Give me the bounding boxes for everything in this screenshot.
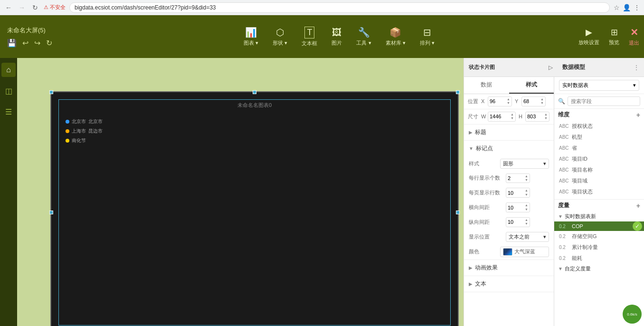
per-page-input[interactable] (508, 190, 525, 196)
bookmark-icon[interactable]: ☆ (614, 4, 620, 11)
x-stepper[interactable]: ▲▼ (507, 97, 510, 105)
field-item-storage[interactable]: 0.2 存储空间G (554, 231, 644, 242)
realtime-table-dropdown[interactable]: 实时数据表 ▾ (559, 80, 639, 91)
tab-style[interactable]: 样式 (509, 77, 554, 94)
toolbar-center: 📊 图表 ▾ ⬡ 形状 ▾ T 文本框 🖼 图片 🔧 工具 ▾ 📦 素材库 (100, 27, 578, 47)
custom-section[interactable]: ▼ 自定义度量 (554, 264, 644, 274)
header-icon-buttons: 💾 ↩ ↪ ↻ (7, 38, 52, 48)
display-pos-dropdown[interactable]: 文本之前 ▾ (506, 232, 549, 242)
field-item-cop[interactable]: 0.2 COP ✓ (554, 221, 644, 231)
title-section-header[interactable]: ▶ 标题 (464, 125, 554, 140)
w-input[interactable] (490, 114, 511, 119)
h-stepper[interactable]: ▲▼ (544, 113, 548, 121)
add-measure-button[interactable]: + (636, 202, 640, 210)
per-row-input-wrap: ▲▼ (506, 173, 530, 183)
size-section: 尺寸 W ▲▼ H (464, 109, 554, 125)
per-page-label: 每页显示行数 (469, 189, 503, 196)
security-indicator: ⚠ 不安全 (44, 4, 66, 11)
style-dropdown[interactable]: 圆形 ▾ (500, 159, 549, 169)
refresh-button[interactable]: ↻ (46, 38, 52, 48)
image-icon: 🖼 (332, 27, 341, 38)
url-bar[interactable]: bigdata.ecsiot.com/dash/screenEditor/27?… (69, 2, 610, 13)
cop-selected-icon[interactable]: ✓ (633, 221, 642, 231)
style-panel: 数据 样式 位置 X (464, 77, 554, 326)
y-stepper[interactable]: ▲▼ (540, 97, 544, 105)
title-section-label: 标题 (475, 128, 486, 136)
toolbar-tool[interactable]: 🔧 工具 ▾ (356, 27, 371, 47)
field-item-cooling[interactable]: 0.2 累计制冷量 (554, 242, 644, 253)
text-section-header[interactable]: ▶ 文本 (464, 276, 554, 292)
component-name-label: 状态卡片图 (469, 64, 495, 71)
h-input-group: H ▲▼ (519, 112, 549, 122)
exit-button[interactable]: ✕ 退出 (629, 27, 639, 47)
canvas[interactable]: 未命名名图表0 北京市 北京市 上海市 昆边市 南化节 (50, 91, 459, 326)
per-row-stepper[interactable]: ▲▼ (525, 174, 528, 182)
sidebar-icon-list[interactable]: ☰ (1, 105, 16, 119)
color-picker[interactable]: 大气深蓝 (500, 247, 549, 257)
tab-data[interactable]: 数据 (464, 77, 509, 94)
v-gap-input[interactable] (508, 219, 525, 225)
playback-button[interactable]: ▶ 放映设置 (578, 27, 599, 46)
toolbar-textbox[interactable]: T 文本框 (302, 27, 317, 47)
forward-button[interactable]: → (17, 3, 27, 12)
text-arrow: ▶ (469, 281, 473, 287)
h-gap-stepper[interactable]: ▲▼ (525, 203, 528, 211)
toolbar-shape[interactable]: ⬡ 形状 ▾ (273, 27, 287, 47)
field-item-energy[interactable]: 0.2 能耗 (554, 253, 644, 264)
realtime-subsection[interactable]: ▼ 实时数据表新 (554, 211, 644, 221)
reload-button[interactable]: ↻ (30, 3, 40, 12)
add-dimension-button[interactable]: + (636, 111, 640, 119)
data-fields-scroll[interactable]: 维度 + ABC 授权状态 ABC 机型 (554, 109, 644, 326)
preview-button[interactable]: ⊞ 预览 (609, 27, 619, 46)
field-item-province[interactable]: ABC 省 (554, 143, 644, 153)
field-item-type[interactable]: ABC 机型 (554, 132, 644, 143)
save-button[interactable]: 💾 (7, 38, 17, 48)
toolbar-image[interactable]: 🖼 图片 (331, 27, 342, 47)
field-item-project-domain[interactable]: ABC 项目域 (554, 175, 644, 186)
h-input-wrap: ▲▼ (525, 112, 549, 122)
tool-label: 工具 ▾ (356, 39, 371, 47)
handle-ml[interactable] (49, 211, 53, 214)
profile-icon[interactable]: 👤 (623, 4, 631, 11)
handle-tr[interactable] (456, 90, 460, 94)
per-page-field: 每页显示行数 ▲▼ (464, 185, 554, 200)
chevron-down-icon-2: ▾ (543, 234, 546, 240)
field-item-project-name[interactable]: ABC 项目名称 (554, 164, 644, 175)
toolbar-align[interactable]: ⊟ 排列 ▾ (420, 27, 435, 47)
x-input[interactable] (490, 98, 507, 104)
sidebar-icon-home[interactable]: ⌂ (1, 63, 16, 77)
h-input[interactable] (527, 114, 544, 119)
panel-expand-icon[interactable]: ▷ (549, 64, 553, 71)
canvas-area: 未命名名图表0 北京市 北京市 上海市 昆边市 南化节 (17, 58, 464, 326)
header-right: ▶ 放映设置 ⊞ 预览 ✕ 退出 (578, 27, 639, 47)
v-gap-stepper[interactable]: ▲▼ (525, 218, 528, 226)
menu-icon[interactable]: ⋮ (634, 4, 640, 11)
exit-icon: ✕ (630, 27, 638, 38)
handle-mr[interactable] (456, 211, 460, 214)
back-button[interactable]: ← (4, 3, 13, 12)
field-item-project-status[interactable]: ABC 项目状态 (554, 186, 644, 197)
redo-button[interactable]: ↪ (34, 38, 40, 48)
per-page-stepper[interactable]: ▲▼ (525, 189, 528, 197)
h-gap-input[interactable] (508, 205, 525, 211)
toolbar-chart[interactable]: 📊 图表 ▾ (244, 27, 258, 47)
w-stepper[interactable]: ▲▼ (511, 113, 514, 121)
handle-tm[interactable] (253, 90, 256, 94)
shape-label: 形状 ▾ (273, 39, 287, 47)
undo-button[interactable]: ↩ (22, 38, 28, 48)
per-row-input[interactable] (508, 175, 525, 181)
measures-section-header: 度量 + (554, 199, 644, 211)
field-item-auth[interactable]: ABC 授权状态 (554, 121, 644, 132)
marker-section-header[interactable]: ▼ 标记点 (464, 141, 554, 156)
data-model-menu-icon[interactable]: ⋮ (634, 64, 639, 71)
sidebar-icon-layers[interactable]: ◫ (1, 84, 16, 98)
field-item-project-id[interactable]: ABC 项目ID (554, 153, 644, 164)
search-input[interactable] (568, 96, 640, 106)
chart-icon: 📊 (245, 27, 257, 38)
shape-icon: ⬡ (276, 27, 284, 38)
toolbar-material[interactable]: 📦 素材库 ▾ (386, 27, 406, 47)
handle-tl[interactable] (49, 90, 53, 94)
animation-section-header[interactable]: ▶ 动画效果 (464, 260, 554, 276)
y-input[interactable] (523, 98, 540, 104)
search-icon: 🔍 (558, 98, 565, 105)
